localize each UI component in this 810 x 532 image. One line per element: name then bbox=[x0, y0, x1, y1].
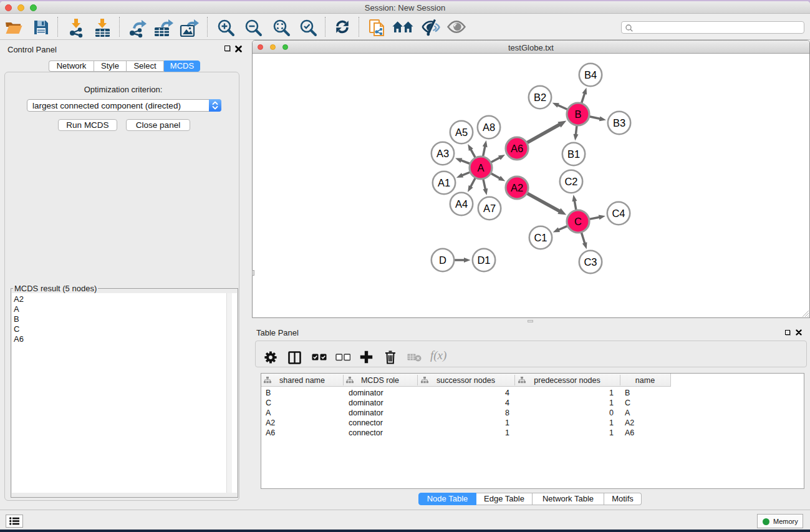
svg-text:A3: A3 bbox=[436, 148, 449, 159]
svg-text:B3: B3 bbox=[613, 117, 625, 128]
svg-text:B4: B4 bbox=[584, 69, 597, 80]
svg-text:C2: C2 bbox=[564, 176, 577, 187]
svg-text:A7: A7 bbox=[483, 203, 496, 214]
svg-text:A: A bbox=[477, 162, 484, 173]
svg-text:A6: A6 bbox=[511, 143, 523, 154]
svg-text:B1: B1 bbox=[567, 148, 580, 160]
svg-text:C4: C4 bbox=[612, 208, 625, 219]
svg-text:A4: A4 bbox=[455, 198, 468, 210]
svg-text:C1: C1 bbox=[534, 232, 547, 243]
svg-text:D: D bbox=[439, 254, 446, 266]
svg-text:A1: A1 bbox=[438, 177, 450, 188]
svg-text:A8: A8 bbox=[483, 122, 495, 133]
svg-text:C: C bbox=[574, 216, 582, 227]
svg-text:D1: D1 bbox=[477, 254, 490, 266]
svg-text:A2: A2 bbox=[511, 182, 523, 193]
svg-text:C3: C3 bbox=[584, 256, 597, 268]
svg-text:A5: A5 bbox=[455, 127, 468, 138]
svg-text:B2: B2 bbox=[534, 92, 546, 103]
svg-text:B: B bbox=[574, 109, 581, 120]
